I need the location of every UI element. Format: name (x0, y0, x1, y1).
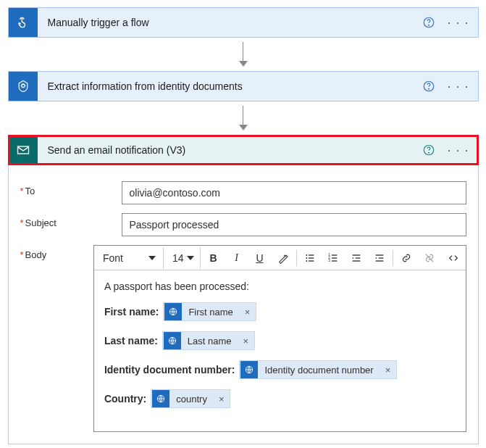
svg-rect-23 (375, 254, 383, 255)
flow-step-title: Send an email notification (V3) (38, 144, 423, 156)
dynamic-content-icon (240, 361, 258, 378)
token-id-number[interactable]: Identity document number × (239, 360, 397, 379)
token-label: First name (183, 307, 238, 318)
help-icon[interactable] (422, 16, 435, 29)
field-label-firstname: First name: (104, 306, 159, 318)
help-icon[interactable] (422, 144, 435, 157)
code-view-button[interactable] (443, 247, 464, 269)
token-label: country (170, 394, 213, 405)
font-select-label: Font (103, 252, 123, 264)
help-icon[interactable] (422, 80, 435, 93)
to-input[interactable] (122, 181, 466, 204)
italic-button[interactable]: I (227, 247, 247, 269)
token-remove-icon[interactable]: × (238, 336, 255, 347)
flow-arrow (239, 101, 248, 135)
subject-input[interactable] (122, 213, 466, 236)
flow-step-send-email[interactable]: Send an email notification (V3) · · · (8, 135, 479, 165)
svg-rect-13 (309, 260, 314, 261)
svg-text:3: 3 (328, 259, 330, 262)
svg-point-10 (306, 257, 307, 259)
label-to: To (20, 181, 122, 196)
token-remove-icon[interactable]: × (380, 365, 397, 376)
field-label-lastname: Last name: (104, 335, 158, 347)
svg-rect-5 (17, 146, 28, 154)
svg-rect-24 (378, 257, 383, 258)
svg-rect-11 (309, 257, 314, 258)
more-icon[interactable]: · · · (447, 15, 469, 30)
token-remove-icon[interactable]: × (239, 307, 256, 318)
svg-rect-19 (332, 260, 337, 261)
token-first-name[interactable]: First name × (163, 302, 256, 321)
flow-step-trigger[interactable]: Manually trigger a flow · · · (8, 7, 479, 38)
mail-icon (9, 136, 38, 165)
token-remove-icon[interactable]: × (213, 394, 230, 405)
field-label-idnum: Identity document number: (104, 364, 235, 376)
svg-point-2 (21, 84, 24, 87)
dynamic-content-icon (152, 390, 169, 407)
unlink-button[interactable] (419, 247, 440, 269)
touch-icon (9, 8, 38, 37)
editor-toolbar: Font 14 B I U (94, 246, 466, 270)
indent-button[interactable] (369, 247, 390, 269)
svg-point-12 (306, 260, 307, 262)
flow-step-extract[interactable]: Extract information from identity docume… (8, 71, 479, 101)
svg-rect-15 (332, 254, 337, 255)
more-icon[interactable]: · · · (447, 143, 469, 158)
chevron-down-icon (187, 256, 194, 260)
numbered-list-button[interactable]: 123 (323, 247, 343, 269)
font-color-button[interactable] (273, 247, 293, 269)
svg-rect-25 (375, 260, 383, 261)
token-country[interactable]: country × (151, 389, 230, 408)
chevron-down-icon (148, 256, 156, 260)
svg-point-8 (306, 254, 307, 256)
svg-rect-9 (309, 254, 314, 255)
email-config-panel: To Subject Body Font (8, 165, 479, 444)
field-label-country: Country: (104, 393, 146, 405)
label-subject: Subject (20, 213, 122, 228)
outdent-button[interactable] (346, 247, 366, 269)
svg-rect-20 (352, 254, 360, 255)
toolbar-separator (296, 250, 297, 266)
svg-point-4 (429, 88, 430, 89)
svg-rect-22 (352, 260, 360, 261)
token-label: Last name (182, 336, 238, 347)
font-select[interactable]: Font (96, 247, 164, 269)
ai-builder-icon (9, 72, 38, 101)
token-last-name[interactable]: Last name × (162, 331, 255, 350)
underline-button[interactable]: U (250, 247, 270, 269)
body-editor: Font 14 B I U (93, 245, 466, 432)
token-label: Identity document number (259, 365, 379, 376)
font-size-label: 14 (172, 252, 184, 264)
more-icon[interactable]: · · · (447, 79, 469, 94)
svg-rect-17 (332, 257, 337, 258)
link-button[interactable] (396, 247, 416, 269)
svg-point-1 (429, 25, 430, 25)
font-size-select[interactable]: 14 (167, 247, 201, 269)
editor-content[interactable]: A passport has been processed: First nam… (94, 270, 466, 431)
flow-arrow (239, 38, 248, 71)
flow-step-title: Manually trigger a flow (38, 17, 423, 28)
flow-step-title: Extract information from identity docume… (38, 80, 423, 92)
bold-button[interactable]: B (204, 247, 224, 269)
svg-rect-21 (355, 257, 360, 258)
svg-point-7 (429, 152, 430, 153)
label-body: Body (20, 245, 93, 260)
dynamic-content-icon (164, 303, 182, 320)
bulleted-list-button[interactable] (300, 247, 320, 269)
toolbar-separator (393, 250, 393, 266)
dynamic-content-icon (164, 332, 181, 349)
body-intro-text: A passport has been processed: (104, 281, 456, 292)
